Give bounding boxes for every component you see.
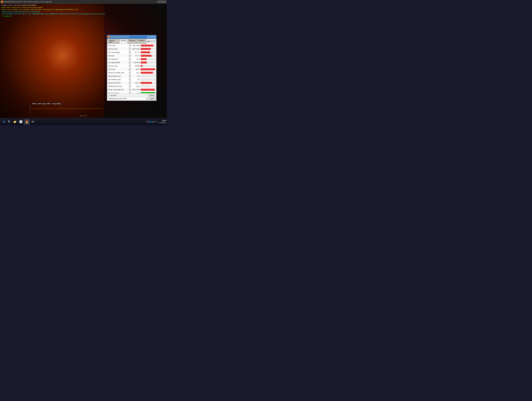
log-to-file-label: Log to file <box>110 95 116 96</box>
sensor-label-fan-speed-rpm: Fan Speed (RPM) <box>108 62 129 63</box>
tab-sensors[interactable]: Sensors <box>120 39 127 44</box>
sensor-bar-power-consumption <box>141 89 155 91</box>
reset-button[interactable]: Reset <box>148 94 156 97</box>
overlay-line3: [ GPU-Z ] core: 1124 MHz - mem: 1350 MHz… <box>1 8 166 11</box>
start-button[interactable]: ⊞ <box>1 119 7 124</box>
sensor-bar-container-fan-rpm <box>140 61 155 64</box>
sensor-value-fan-speed-pct: 41 % <box>131 58 140 60</box>
log-to-file-checkbox[interactable] <box>108 95 109 96</box>
graph-overlay <box>29 104 104 114</box>
taskbar-app-furmark[interactable]: 🔥 <box>24 119 30 124</box>
sensor-value-gpu-load: 100 % <box>131 69 140 70</box>
sensor-dropdown-power-consumption[interactable]: ▼ <box>129 88 131 91</box>
task-manager-icon: 📊 <box>19 120 23 123</box>
sensor-perfcap-reason: PerfCap Reason ▼ Pwr <box>108 91 156 93</box>
gpuz-minimize-button[interactable]: − <box>147 36 150 38</box>
furmark-overlay: FurMark v1.35.0.0 - Burn-in test, 1280x7… <box>0 4 167 18</box>
device-selector-row: NVIDIA GeForce GTX 750 Ti Close <box>108 97 156 100</box>
taskbar-app-task-manager[interactable]: 📊 <box>18 119 24 124</box>
network-icon[interactable]: 🌐 <box>150 121 152 123</box>
furmark-render-area: GPU 1: 64°C (min: 30°C - max: 65°C) <box>0 4 104 118</box>
sensor-dropdown-memory-used[interactable]: ▼ <box>129 65 131 67</box>
sensor-label-gpu-temperature: GPU Temperature <box>108 52 129 53</box>
volume-icon[interactable]: 🔊 <box>152 121 154 123</box>
gpuz-tabs: Graphics Card Sensors Advanced Validatio… <box>107 39 147 44</box>
gpuz-refresh-button[interactable]: ↺ <box>150 40 153 42</box>
sensor-bar-container-video-engine <box>140 75 155 77</box>
overlay-line5: > GPU 1 (NVIDIA GeForce GTX 750 Ti) - co… <box>1 13 166 15</box>
sensor-dropdown-fan-pct[interactable]: ▼ <box>129 58 131 60</box>
search-button[interactable]: 🔍 <box>7 119 12 124</box>
sensor-label-fan-speed-pct: Fan Speed (%) <box>108 58 129 60</box>
clock-display[interactable]: 16:28 17.02.2024 <box>159 120 166 124</box>
sensor-bar-container-gpu-temp <box>140 51 155 53</box>
overlay-line1: FurMark v1.35.0.0 - Burn-in test, 1280x7… <box>1 4 166 6</box>
furmark-minimize-button[interactable]: − <box>158 1 160 3</box>
sensor-bus-interface-load: Bus Interface Load ▼ 0 % <box>108 78 156 81</box>
sensor-dropdown-gpu-load[interactable]: ▼ <box>129 68 131 71</box>
sensor-dropdown-fan-rpm[interactable]: ▼ <box>129 61 131 64</box>
gpuz-close-button[interactable]: ✕ <box>153 36 156 38</box>
sensor-dropdown-mvddq[interactable]: ▼ <box>129 85 131 88</box>
sensor-dropdown-bus-interface[interactable]: ▼ <box>129 78 131 81</box>
sensor-hot-spot: Hot Spot ▼ 73.7 °C <box>108 54 156 58</box>
sensor-bar-container-gpu-clock <box>140 45 155 47</box>
sensor-memory-used: Memory Used ▼ 235 MB <box>108 64 156 68</box>
sensor-dropdown-memory-controller[interactable]: ▼ <box>129 71 131 74</box>
chevron-up-icon[interactable]: ^ <box>145 121 146 123</box>
sensor-dropdown-memory-clock[interactable]: ▼ <box>129 48 131 50</box>
file-explorer-icon: 📁 <box>13 120 17 123</box>
keyboard-icon[interactable]: ⌨ <box>146 121 149 123</box>
sensor-label-gpu-load: GPU Load <box>108 69 129 70</box>
sensor-bar-container-power-consumption <box>140 89 155 91</box>
furmark-maximize-button[interactable]: □ <box>160 1 163 3</box>
sensor-dropdown-board-power[interactable]: ▼ <box>129 82 131 84</box>
temperature-graph <box>29 104 104 114</box>
sensor-value-gpu-temperature: 64.7 °C <box>131 52 140 53</box>
overlay-line6: > F1: toggle help <box>1 15 166 17</box>
sensor-bar-board-power <box>141 82 152 84</box>
gpuz-menu-button[interactable]: ≡ <box>153 40 156 42</box>
sensor-fan-speed-pct: Fan Speed (%) ▼ 41 % <box>108 58 156 61</box>
overlay-line2: Frames:57033 - time:00:18:57 - FPS:51 (m… <box>1 6 166 9</box>
sensor-bar-perfcap <box>141 92 155 93</box>
clock-time: 16:28 <box>159 120 166 122</box>
sensor-gpu-load: GPU Load ▼ 100 % <box>108 68 156 71</box>
sensor-label-gpu-clock: GPU Clock <box>108 45 129 46</box>
tab-advanced[interactable]: Advanced <box>128 39 137 43</box>
sensor-dropdown-perfcap[interactable]: ▼ <box>129 92 131 93</box>
tab-graphics-card[interactable]: Graphics Card <box>108 39 119 43</box>
sensor-bar-container-memory-controller <box>140 72 155 74</box>
gpuz-maximize-button[interactable]: □ <box>150 36 153 38</box>
sensor-dropdown-video-engine[interactable]: ▼ <box>129 75 131 78</box>
furmark-close-button[interactable]: ✕ <box>163 1 166 3</box>
sensor-bar-gpu-temp <box>141 52 150 53</box>
taskbar-right: ^ ⌨ 🌐 🔊 РУС 16:28 17.02.2024 <box>145 120 166 124</box>
sensor-value-hot-spot: 73.7 °C <box>131 55 140 57</box>
taskbar-app-gpu[interactable]: 🎮 <box>30 119 36 124</box>
sensor-value-fan-speed-rpm: 1710 RPM <box>131 62 140 63</box>
taskbar-app-file-explorer[interactable]: 📁 <box>12 119 18 124</box>
language-indicator[interactable]: РУС <box>155 121 158 123</box>
sensor-dropdown-hot-spot[interactable]: ▼ <box>129 54 131 57</box>
gpuz-toolbar: 📷 ↺ ≡ <box>147 39 156 44</box>
gpuz-titlebar[interactable]: G TechPowerUp GPU-Z 2.56.0 − □ ✕ <box>107 35 156 39</box>
tab-validation[interactable]: Validation <box>137 39 146 43</box>
sensor-dropdown-gpu-clock[interactable]: ▼ <box>129 44 131 47</box>
close-button[interactable]: Close <box>148 97 156 100</box>
sensor-value-power-consumption: 97.8 % TDP <box>131 89 140 91</box>
sensor-bar-memory-clock <box>141 48 151 50</box>
device-selector[interactable]: NVIDIA GeForce GTX 750 Ti <box>108 97 148 100</box>
sensor-value-memory-used: 235 MB <box>131 65 140 67</box>
sensor-bar-container-perfcap <box>140 92 155 93</box>
sensor-bar-memory-controller <box>141 72 153 74</box>
sensor-value-memory-clock: 1350.0 MHz <box>131 48 140 50</box>
sensor-memory-clock: Memory Clock ▼ 1350.0 MHz <box>108 47 156 51</box>
sensor-dropdown-gpu-temp[interactable]: ▼ <box>129 51 131 54</box>
sensor-label-board-power: Board Power Draw <box>108 82 129 84</box>
sensor-gpu-clock: GPU Clock ▼ 1136.7 MHz <box>108 44 156 47</box>
gpuz-camera-button[interactable]: 📷 <box>147 40 150 42</box>
gpuz-icon: G <box>108 36 110 38</box>
sensor-gpu-temperature: GPU Temperature ▼ 64.7 °C <box>108 51 156 54</box>
gpuz-bottom-controls: Log to file Reset NVIDIA GeForce GTX 750… <box>107 94 156 101</box>
